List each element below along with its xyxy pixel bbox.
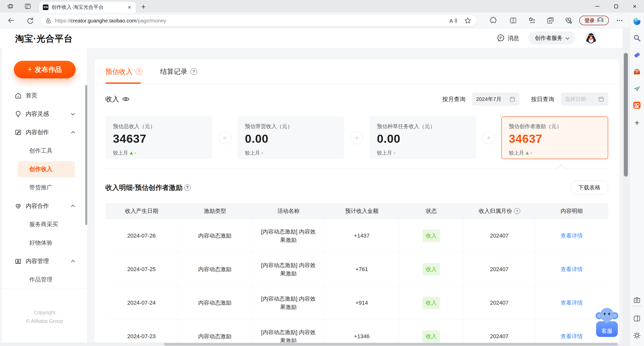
income-date-cell: 2024-07-24	[105, 286, 178, 320]
help-icon[interactable]: ?	[514, 208, 520, 214]
read-aloud-icon[interactable]: A	[449, 17, 457, 24]
help-icon[interactable]: ?	[190, 68, 197, 75]
window-close-button[interactable]: ×	[625, 0, 644, 13]
favorite-star-icon[interactable]	[464, 17, 472, 24]
customer-service-widget[interactable]: 客服	[596, 306, 618, 337]
sidebar-item-内容灵感[interactable]: 内容灵感	[2, 105, 87, 123]
toolbox-icon[interactable]	[633, 68, 641, 76]
summary-card-3[interactable]: 预估种草任务收入（元）0.00较上月-	[369, 116, 476, 159]
vertical-tabs-icon[interactable]	[24, 3, 31, 10]
sidebar-item-服务商采买[interactable]: 服务商采买	[2, 215, 87, 234]
sidebar-item-首页[interactable]: 首页	[2, 86, 87, 105]
sidebar-item-作品管理[interactable]: 作品管理	[2, 270, 87, 289]
summary-card-2[interactable]: 预估带货收入（元）0.00较上月-	[237, 116, 344, 159]
month-picker-input[interactable]: 2024年7月	[472, 93, 519, 106]
summary-card-1[interactable]: 预估总收入（元）34637较上月-	[105, 116, 212, 159]
sidebar-item-内容合作[interactable]: 内容合作	[2, 197, 87, 215]
chevron-up-icon	[71, 260, 75, 264]
download-table-button[interactable]: 下载表格	[570, 181, 608, 194]
publish-work-button[interactable]: + 发布作品	[14, 61, 76, 78]
guanghe-logo[interactable]: 淘宝·光合平台	[15, 33, 73, 45]
shopping-tag-icon[interactable]	[633, 51, 641, 59]
creator-service-dropdown[interactable]: 创作者服务	[528, 32, 575, 45]
page-horizontal-scrollbar-thumb[interactable]	[164, 343, 618, 345]
collections-icon[interactable]	[546, 16, 555, 25]
view-detail-link[interactable]: 查看详情	[561, 266, 583, 273]
income-date-cell: 2024-07-25	[105, 253, 178, 286]
view-detail-link[interactable]: 查看详情	[561, 232, 583, 240]
chevron-up-icon	[71, 131, 75, 135]
page-vertical-scrollbar-thumb[interactable]	[624, 53, 628, 177]
chevron-up-icon	[71, 205, 75, 209]
split-screen-icon[interactable]	[509, 16, 517, 25]
incentive-type-cell: 内容动态激励	[178, 320, 252, 346]
kuaishou-icon[interactable]	[633, 101, 641, 109]
sidebar-item-内容管理[interactable]: 内容管理	[2, 252, 87, 270]
tab-close-icon[interactable]: ×	[127, 4, 132, 11]
card-value: 0.00	[245, 132, 337, 146]
eye-icon[interactable]	[122, 96, 130, 102]
view-detail-link[interactable]: 查看详情	[561, 333, 583, 340]
sidebar-item-创作工具[interactable]: 创作工具	[2, 141, 87, 160]
url-text: https://creator.guanghe.taobao.com/page/…	[55, 18, 166, 24]
help-icon[interactable]: ?	[184, 184, 191, 191]
messages-button[interactable]: 消息	[496, 34, 519, 42]
publish-work-label: 发布作品	[35, 65, 62, 74]
copilot-icon[interactable]	[633, 17, 641, 26]
user-avatar[interactable]	[584, 32, 598, 45]
browser-tab-active[interactable]: 光合 创作收入·淘宝光合平台 ×	[39, 2, 136, 13]
settings-gear-icon[interactable]	[633, 331, 641, 340]
window-minimize-button[interactable]	[588, 0, 607, 13]
sidebar-item-带货推广[interactable]: 带货推广	[2, 178, 87, 197]
home-icon	[15, 92, 22, 99]
lightbulb-icon	[15, 110, 22, 118]
browser-menu-icon[interactable]	[615, 16, 624, 25]
tab-estimated-income[interactable]: 预估收入 ?	[105, 59, 142, 84]
content-tabs: 预估收入 ? 结算记录 ?	[95, 59, 619, 84]
sidebar-item-label: 内容管理	[26, 257, 49, 265]
sidebar-subitem-label: 服务商采买	[18, 216, 75, 233]
sidebar-item-创作收入[interactable]: 创作收入	[2, 160, 87, 178]
incentive-type-cell: 内容动态激励	[178, 219, 252, 252]
tab-settlement-records[interactable]: 结算记录 ?	[160, 59, 197, 84]
help-icon[interactable]: ?	[136, 68, 142, 75]
view-detail-link[interactable]: 查看详情	[561, 299, 583, 307]
incentive-type-cell: 内容动态激励	[178, 286, 252, 320]
add-sidebar-app-icon[interactable]: +	[633, 119, 641, 127]
status-cell: 收入	[399, 320, 464, 346]
screenshot-icon[interactable]	[633, 296, 641, 305]
detail-link-cell: 查看详情	[535, 253, 608, 286]
card-value: 34637	[509, 132, 601, 146]
day-picker-placeholder: 选择日期	[565, 96, 586, 103]
window-maximize-button[interactable]	[607, 0, 625, 13]
sidebar-item-内容创作[interactable]: 内容创作	[2, 123, 87, 141]
workspaces-icon[interactable]	[7, 3, 14, 10]
send-plane-icon[interactable]	[633, 84, 641, 93]
column-header-预计收入金额: 预计收入金额	[325, 207, 399, 215]
browser-signin-button[interactable]: 登录	[579, 16, 609, 25]
calendar-icon	[598, 96, 604, 102]
favorites-list-icon[interactable]	[528, 16, 536, 25]
rail-divider	[632, 306, 641, 306]
summary-card-4[interactable]: 预估创作者激励（元）34637较上月-	[501, 116, 608, 159]
new-tab-button[interactable]: +	[141, 3, 146, 11]
address-bar[interactable]: https://creator.guanghe.taobao.com/page/…	[40, 15, 477, 26]
search-icon[interactable]	[633, 34, 641, 42]
sidebar-toggle-icon[interactable]	[633, 314, 641, 323]
day-picker-input[interactable]: 选择日期	[561, 93, 608, 106]
income-month-cell: 202407	[464, 320, 535, 346]
reload-button[interactable]	[26, 16, 34, 24]
sidebar-subitem-label: 作品管理	[18, 272, 75, 288]
extensions-icon[interactable]	[489, 16, 497, 25]
back-button[interactable]	[7, 16, 15, 24]
status-cell: 收入	[399, 253, 464, 286]
income-status-badge: 收入	[422, 330, 440, 343]
lock-icon	[45, 17, 51, 24]
heart-icon	[15, 203, 22, 210]
sidebar-item-好物体验[interactable]: 好物体验	[2, 234, 87, 252]
card-label: 预估带货收入（元）	[245, 123, 337, 130]
sidebar-scrollbar[interactable]	[85, 85, 87, 225]
browser-essentials-icon[interactable]	[564, 16, 573, 25]
card-value: 0.00	[377, 132, 469, 146]
income-date-cell: 2024-07-26	[105, 219, 178, 252]
